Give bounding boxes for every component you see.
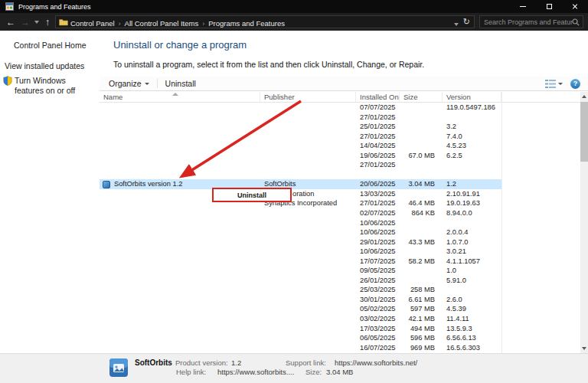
table-row[interactable]: 10/06/20252.0.0.4	[100, 228, 501, 237]
table-row[interactable]: 29/01/202543.3 MB1.0.7.0	[100, 237, 501, 247]
table-row[interactable]: 14/04/20254.5.23	[100, 141, 501, 151]
table-row[interactable]: 17/07/202558.2 MB4.1.1.1057	[100, 257, 501, 267]
triangle-down-icon	[582, 347, 586, 350]
breadcrumb-separator: ›	[202, 20, 204, 28]
cell-version: 5.91.0	[443, 276, 501, 286]
scrollbar-thumb[interactable]	[580, 102, 588, 162]
table-row[interactable]: 27/01/2025	[100, 113, 501, 123]
breadcrumb-item[interactable]: All Control Panel Items	[125, 19, 199, 28]
cell-name	[100, 314, 260, 324]
cell-size: 46.4 MB	[400, 198, 443, 208]
cell-installed: 20/06/2025	[356, 179, 400, 189]
forward-button[interactable]: →	[18, 13, 32, 31]
table-row[interactable]: 27/01/2025	[100, 160, 501, 170]
cell-installed: 17/03/2025	[356, 324, 400, 334]
navigation-bar: ← → ↑ Control Panel›All Control Panel It…	[0, 13, 588, 31]
cell-size	[400, 160, 443, 170]
chevron-down-icon	[558, 83, 563, 85]
history-dropdown-button[interactable]	[32, 13, 41, 31]
table-row[interactable]: 05/02/2025597 MB4.5.39	[100, 304, 501, 314]
maximize-icon	[547, 4, 552, 9]
uninstall-button[interactable]: Uninstall	[165, 79, 196, 88]
column-header-version[interactable]: Version	[443, 92, 501, 102]
address-bar[interactable]: Control Panel›All Control Panel Items›Pr…	[55, 15, 475, 28]
search-box[interactable]: Search Programs and Features	[479, 15, 583, 28]
address-dropdown-button[interactable]	[454, 15, 459, 29]
column-header-publisher[interactable]: Publisher	[260, 92, 356, 102]
cell-version: 8.94.0.0	[443, 208, 501, 218]
sidebar-item-turn-windows-features[interactable]: Turn Windows features on or off	[3, 76, 100, 96]
organize-button[interactable]: Organize	[109, 79, 149, 88]
back-button[interactable]: ←	[3, 13, 18, 31]
list-view-icon	[545, 80, 556, 88]
table-row[interactable]: 10/06/20253.0.21	[100, 247, 501, 257]
table-row[interactable]: 25/03/2025258 MB	[100, 285, 501, 295]
table-row[interactable]: 03/02/202542.1 MB11.4.11	[100, 314, 501, 324]
table-row[interactable]: 06/05/2025596 MB6.56.6.13	[100, 333, 501, 343]
cell-publisher	[260, 113, 356, 123]
folder-icon	[59, 18, 68, 26]
cell-size: 43.3 MB	[400, 237, 443, 247]
details-pane: SoftOrbits Product version: 1.2 Support …	[0, 353, 588, 383]
table-row[interactable]: 16/07/2025969 MB16.5.6.303	[100, 343, 501, 353]
refresh-button[interactable]: ↻	[463, 17, 470, 27]
cell-size	[400, 189, 443, 199]
table-row[interactable]: 27/01/20257.4.0	[100, 132, 501, 142]
cell-installed: 13/03/2025	[356, 189, 400, 199]
breadcrumb-item[interactable]: Programs and Features	[208, 19, 285, 28]
table-row[interactable]: 25/01/20253.2	[100, 122, 501, 132]
table-row[interactable]: 26/01/20255.91.0	[100, 276, 501, 286]
cell-version: 13.5.9.3	[443, 324, 501, 334]
column-header-name[interactable]: Name	[100, 92, 260, 102]
support-link-value[interactable]: https://www.softorbits.net/	[335, 358, 417, 367]
search-input[interactable]: Search Programs and Features	[484, 18, 572, 26]
minimize-button[interactable]	[510, 0, 536, 13]
table-row[interactable]: 19/06/202567.0 MB6.2.5	[100, 151, 501, 161]
scroll-up-button[interactable]	[580, 92, 588, 101]
up-button[interactable]: ↑	[41, 13, 54, 31]
table-row[interactable]: oration13/03/20252.10.91.91	[100, 189, 501, 199]
cell-name	[100, 343, 260, 353]
column-header-installed-on[interactable]: Installed On	[356, 92, 400, 102]
cell-installed: 25/01/2025	[356, 122, 400, 132]
table-row[interactable]: 17/03/2025494 MB13.5.9.3	[100, 324, 501, 334]
cell-name	[100, 208, 260, 218]
help-link-label: Help link:	[176, 368, 206, 376]
close-button[interactable]	[562, 0, 588, 13]
minimize-icon	[520, 6, 526, 7]
cell-installed: 17/07/2025	[356, 257, 400, 267]
cell-name	[100, 276, 260, 286]
size-label: Size:	[305, 368, 322, 376]
maximize-button[interactable]	[536, 0, 562, 13]
table-row[interactable]: 30/01/20256.61 MB2.6.0	[100, 295, 501, 305]
uninstall-annotation[interactable]: Uninstall	[212, 188, 292, 202]
cell-version	[443, 170, 501, 180]
help-button[interactable]: ?	[570, 79, 580, 89]
vertical-scrollbar[interactable]	[580, 92, 588, 353]
cell-size	[400, 170, 443, 180]
table-row[interactable]: 10/06/2025	[100, 218, 501, 228]
cell-size: 597 MB	[400, 304, 443, 314]
help-link-value[interactable]: https://www.softorbits....	[217, 368, 294, 376]
cell-publisher	[260, 324, 356, 334]
sidebar-item-view-installed-updates[interactable]: View installed updates	[5, 61, 100, 70]
cell-version: 4.1.1.1057	[443, 257, 501, 267]
cell-installed: 27/01/2025	[356, 160, 400, 170]
table-row[interactable]: 09/05/20251.0	[100, 266, 501, 276]
table-row[interactable]: SoftOrbits version 1.2SoftOrbits20/06/20…	[100, 179, 501, 189]
scroll-down-button[interactable]	[580, 344, 588, 353]
cell-installed: 14/04/2025	[356, 141, 400, 151]
cell-version: 2.6.0	[443, 295, 501, 305]
table-row[interactable]	[100, 170, 501, 180]
table-row[interactable]: 02/07/2025864 KB8.94.0.0	[100, 208, 501, 218]
cell-publisher	[260, 228, 356, 237]
column-header-size[interactable]: Size	[400, 92, 443, 102]
table-row[interactable]: Synaptics Incorporated27/01/202546.4 MB1…	[100, 198, 501, 208]
sidebar-item-control-panel-home[interactable]: Control Panel Home	[14, 41, 100, 50]
table-row[interactable]: 07/07/2025119.0.5497.186	[100, 103, 501, 113]
cell-version	[443, 160, 501, 170]
cell-installed: 27/01/2025	[356, 113, 400, 123]
change-view-button[interactable]	[545, 80, 563, 88]
cell-installed: 10/06/2025	[356, 247, 400, 257]
breadcrumb-item[interactable]: Control Panel	[70, 19, 115, 28]
